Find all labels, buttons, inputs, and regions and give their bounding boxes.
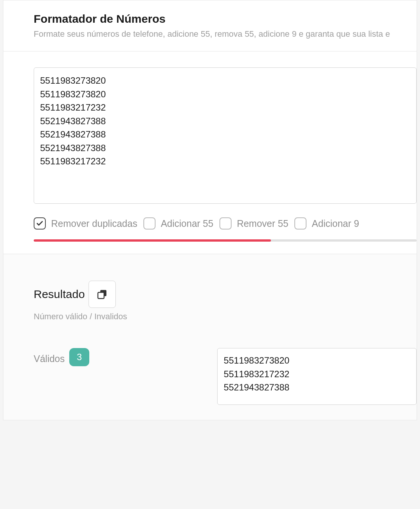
label-remove-duplicates: Remover duplicadas (51, 218, 137, 229)
progress-bar (34, 239, 417, 242)
checkbox-add-9[interactable] (294, 217, 306, 230)
input-section: Remover duplicadas Adicionar 55 Remover … (3, 52, 417, 254)
result-title: Resultado (34, 288, 85, 301)
valid-label: Válidos (34, 353, 65, 364)
valid-numbers-output[interactable]: 5511983273820 5511983217232 552194382738… (217, 348, 417, 405)
option-add-55[interactable]: Adicionar 55 (143, 217, 213, 230)
checkbox-add-55[interactable] (143, 217, 156, 230)
header-panel: Formatador de Números Formate seus númer… (3, 0, 417, 52)
results-section: Resultado Número válido / Invalidos Váli… (3, 254, 417, 420)
page-title: Formatador de Números (34, 12, 417, 25)
progress-fill (34, 239, 271, 242)
numbers-input[interactable] (34, 67, 417, 204)
result-subtitle: Número válido / Invalidos (34, 312, 417, 322)
svg-rect-1 (98, 292, 104, 298)
copy-button[interactable] (89, 281, 116, 308)
page-subtitle: Formate seus números de telefone, adicio… (34, 29, 417, 39)
label-remove-55: Remover 55 (237, 218, 288, 229)
options-row: Remover duplicadas Adicionar 55 Remover … (34, 217, 417, 230)
valid-count-badge: 3 (69, 348, 89, 366)
copy-icon (96, 289, 108, 300)
option-remove-duplicates[interactable]: Remover duplicadas (34, 217, 137, 230)
checkbox-remove-duplicates[interactable] (34, 217, 46, 230)
checkbox-remove-55[interactable] (219, 217, 232, 230)
checkmark-icon (36, 220, 44, 227)
option-add-9[interactable]: Adicionar 9 (294, 217, 359, 230)
label-add-9: Adicionar 9 (312, 218, 359, 229)
label-add-55: Adicionar 55 (161, 218, 213, 229)
option-remove-55[interactable]: Remover 55 (219, 217, 288, 230)
